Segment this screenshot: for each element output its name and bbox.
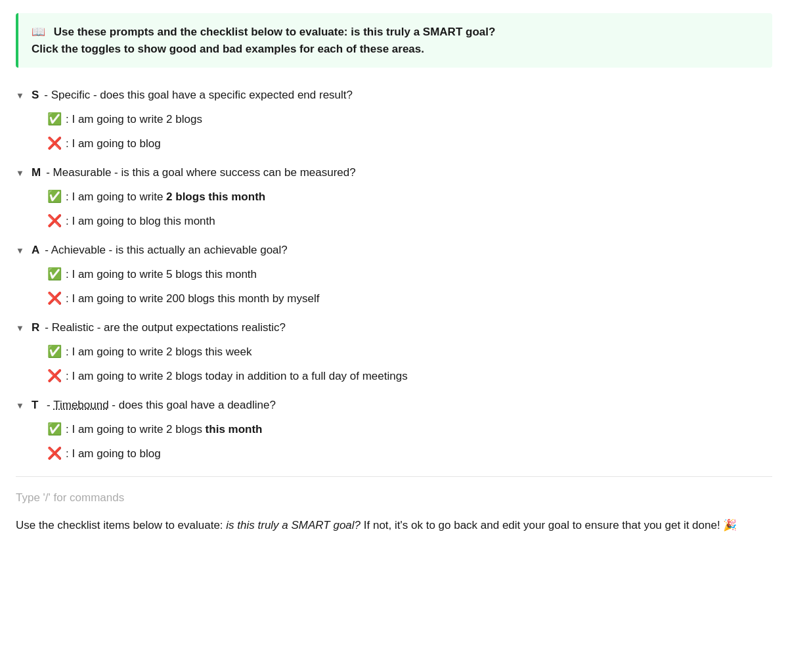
example-S-bad-text: : I am going to blog [66, 135, 161, 152]
bottom-text-after: If not, it's ok to go back and edit your… [361, 519, 737, 531]
cross-icon-S-bad: ❌ [47, 135, 62, 152]
check-icon-T-good: ✅ [47, 420, 62, 438]
section-T: ▼ T - Timebound - does this goal have a … [16, 393, 772, 466]
book-icon: 📖 [32, 24, 45, 41]
section-M: ▼ M - Measurable - is this a goal where … [16, 161, 772, 233]
check-icon-S-good: ✅ [47, 110, 62, 128]
cross-icon-M-bad: ❌ [47, 212, 62, 230]
example-M-bad-text: : I am going to blog this month [66, 213, 215, 230]
divider [16, 476, 772, 477]
section-S-header[interactable]: ▼ S - Specific - does this goal have a s… [16, 83, 772, 107]
bottom-description: Use the checklist items below to evaluat… [16, 516, 772, 534]
example-S-good-text: : I am going to write 2 blogs [66, 111, 202, 128]
letter-R: R [32, 321, 39, 334]
section-M-title: - Measurable - is this a goal where succ… [46, 166, 356, 179]
chevron-icon-R: ▼ [16, 323, 26, 333]
example-A-good-text: : I am going to write 5 blogs this month [66, 266, 257, 283]
example-M-bold: 2 blogs this month [166, 190, 265, 203]
example-M-good-text: : I am going to write 2 blogs this month [66, 189, 265, 206]
bottom-text-italic: is this truly a SMART goal? [226, 519, 361, 531]
callout-text: 📖 Use these prompts and the checklist be… [32, 24, 759, 57]
check-icon-R-good: ✅ [47, 343, 62, 361]
command-input-placeholder[interactable]: Type '/' for commands [16, 487, 772, 508]
example-R-bad: ❌ : I am going to write 2 blogs today in… [47, 364, 772, 388]
example-R-bad-text: : I am going to write 2 blogs today in a… [66, 368, 408, 385]
example-S-bad: ❌ : I am going to blog [47, 131, 772, 156]
example-A-bad: ❌ : I am going to write 200 blogs this m… [47, 286, 772, 311]
example-T-good-text: : I am going to write 2 blogs this month [66, 421, 263, 438]
example-T-bold: this month [206, 423, 263, 436]
letter-T: T [32, 399, 38, 412]
section-S: ▼ S - Specific - does this goal have a s… [16, 83, 772, 156]
example-A-good: ✅ : I am going to write 5 blogs this mon… [47, 262, 772, 286]
example-R-good: ✅ : I am going to write 2 blogs this wee… [47, 340, 772, 364]
cross-icon-A-bad: ❌ [47, 290, 62, 307]
section-S-examples: ✅ : I am going to write 2 blogs ❌ : I am… [16, 107, 772, 156]
section-T-title: - Timebound - does this goal have a dead… [43, 399, 275, 412]
section-R-title: - Realistic - are the output expectation… [45, 321, 286, 334]
check-icon-A-good: ✅ [47, 265, 62, 283]
letter-A: A [32, 244, 39, 257]
section-T-header[interactable]: ▼ T - Timebound - does this goal have a … [16, 393, 772, 417]
letter-M: M [32, 166, 41, 179]
section-R: ▼ R - Realistic - are the output expecta… [16, 316, 772, 388]
section-M-header[interactable]: ▼ M - Measurable - is this a goal where … [16, 161, 772, 185]
check-icon-M-good: ✅ [47, 188, 62, 206]
letter-S: S [32, 89, 39, 102]
example-T-good: ✅ : I am going to write 2 blogs this mon… [47, 417, 772, 441]
example-A-bad-text: : I am going to write 200 blogs this mon… [66, 290, 319, 307]
section-A-examples: ✅ : I am going to write 5 blogs this mon… [16, 262, 772, 311]
section-M-examples: ✅ : I am going to write 2 blogs this mon… [16, 185, 772, 233]
example-T-bad: ❌ : I am going to blog [47, 441, 772, 466]
chevron-icon-T: ▼ [16, 401, 26, 411]
bottom-text-before: Use the checklist items below to evaluat… [16, 519, 226, 531]
section-A-title: - Achievable - is this actually an achie… [45, 244, 288, 257]
example-R-good-text: : I am going to write 2 blogs this week [66, 344, 252, 361]
cross-icon-T-bad: ❌ [47, 445, 62, 462]
example-T-bad-text: : I am going to blog [66, 445, 161, 462]
section-S-title: - Specific - does this goal have a speci… [44, 89, 353, 102]
section-A-header[interactable]: ▼ A - Achievable - is this actually an a… [16, 238, 772, 262]
chevron-icon-M: ▼ [16, 168, 26, 178]
example-M-bad: ❌ : I am going to blog this month [47, 209, 772, 233]
callout-box: 📖 Use these prompts and the checklist be… [16, 13, 772, 68]
section-R-examples: ✅ : I am going to write 2 blogs this wee… [16, 340, 772, 388]
example-M-good: ✅ : I am going to write 2 blogs this mon… [47, 185, 772, 209]
cross-icon-R-bad: ❌ [47, 367, 62, 385]
section-R-header[interactable]: ▼ R - Realistic - are the output expecta… [16, 316, 772, 340]
chevron-icon-S: ▼ [16, 91, 26, 101]
section-T-examples: ✅ : I am going to write 2 blogs this mon… [16, 417, 772, 466]
chevron-icon-A: ▼ [16, 246, 26, 256]
example-S-good: ✅ : I am going to write 2 blogs [47, 107, 772, 131]
section-A: ▼ A - Achievable - is this actually an a… [16, 238, 772, 311]
